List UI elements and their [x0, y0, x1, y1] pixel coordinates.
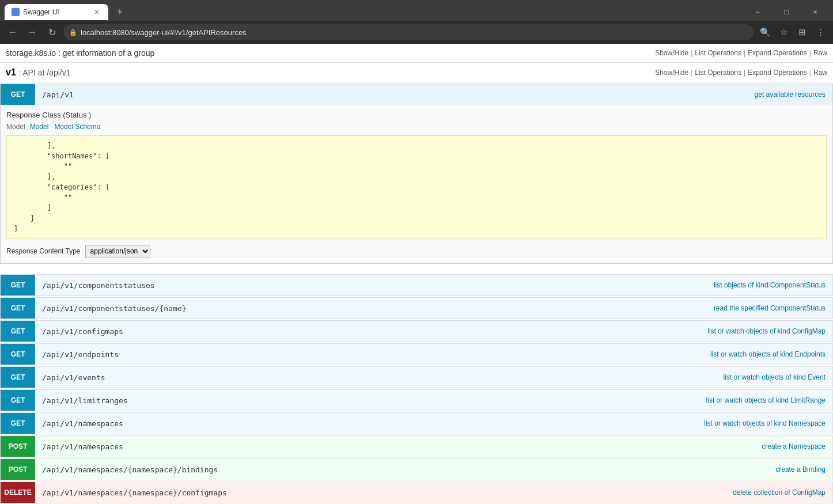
endpoint-desc: create a Namespace: [762, 442, 832, 450]
tab-title: Swagger UI: [23, 8, 59, 16]
v1-label: v1: [6, 67, 16, 77]
endpoint-desc: read the specified ComponentStatus: [714, 304, 832, 312]
refresh-button[interactable]: ↻: [44, 24, 60, 40]
endpoint-row[interactable]: POST /api/v1/namespaces create a Namespa…: [0, 435, 833, 457]
method-badge-delete: DELETE: [1, 482, 35, 503]
endpoint-path: /api/v1/componentstatuses/{name}: [35, 304, 714, 313]
extensions-icon[interactable]: ⊞: [794, 24, 810, 40]
close-button[interactable]: ×: [802, 4, 828, 20]
get-method-badge: GET: [1, 84, 35, 105]
endpoint-row[interactable]: DELETE /api/v1/namespaces/{namespace}/co…: [0, 482, 833, 503]
v1-header: v1 : API at /api/v1 Show/Hide | List Ope…: [0, 63, 833, 82]
endpoint-desc: delete collection of ConfigMap: [733, 488, 832, 497]
url-bar[interactable]: 🔒 localhost:8080/swagger-ui/#!/v1/getAPI…: [63, 24, 754, 40]
endpoint-path: /api/v1/namespaces: [35, 442, 762, 451]
method-badge-get: GET: [1, 298, 35, 319]
group-show-hide[interactable]: Show/Hide: [655, 49, 688, 57]
toolbar-icons: 🔍 ☆ ⊞ ⋮: [757, 24, 828, 40]
page-content: storage.k8s.io : get information of a gr…: [0, 44, 833, 504]
endpoint-path: /api/v1/limitranges: [35, 396, 706, 405]
method-badge-get: GET: [1, 275, 35, 295]
endpoint-desc: list or watch objects of kind ConfigMap: [707, 327, 832, 335]
endpoint-row[interactable]: GET /api/v1/endpoints list or watch obje…: [0, 343, 833, 365]
endpoint-row[interactable]: GET /api/v1/namespaces list or watch obj…: [0, 412, 833, 434]
response-content-type-row: Response Content Type application/json: [6, 245, 827, 257]
lock-icon: 🔒: [69, 29, 77, 36]
v1-sep-2: |: [744, 69, 745, 77]
endpoint-path: /api/v1/endpoints: [35, 350, 710, 359]
endpoint-desc: list or watch objects of kind LimitRange: [706, 396, 832, 404]
expanded-header-row: GET /api/v1 get available resources: [1, 84, 832, 105]
v1-sep-1: |: [691, 69, 692, 77]
v1-show-hide[interactable]: Show/Hide: [655, 69, 688, 77]
response-content-type-label: Response Content Type: [6, 247, 81, 255]
tab-close-button[interactable]: ×: [92, 7, 101, 17]
endpoint-path: /api/v1/namespaces/{namespace}/bindings: [35, 465, 775, 474]
expanded-get-v1: GET /api/v1 get available resources Resp…: [0, 84, 833, 264]
model-schema-link[interactable]: Model Schema: [54, 123, 100, 131]
section-gap: [0, 265, 833, 273]
menu-icon[interactable]: ⋮: [812, 24, 828, 40]
v1-actions: Show/Hide | List Operations | Expand Ope…: [655, 69, 827, 77]
endpoint-row[interactable]: GET /api/v1/componentstatuses/{name} rea…: [0, 297, 833, 319]
group-raw[interactable]: Raw: [813, 49, 827, 57]
endpoint-path: /api/v1/namespaces: [35, 419, 704, 428]
address-bar: ← → ↻ 🔒 localhost:8080/swagger-ui/#!/v1/…: [0, 21, 833, 44]
endpoint-list: GET /api/v1/componentstatuses list objec…: [0, 274, 833, 504]
separator-1: |: [691, 49, 692, 57]
model-row: Model Model Model Schema: [6, 123, 827, 131]
endpoint-row[interactable]: GET /api/v1/configmaps list or watch obj…: [0, 320, 833, 342]
model-label: Model: [6, 123, 25, 131]
bookmark-icon[interactable]: ☆: [775, 24, 792, 40]
endpoint-desc: list or watch objects of kind Event: [724, 373, 832, 381]
v1-subtitle: : API at /api/v1: [18, 68, 70, 77]
group-list-ops[interactable]: List Operations: [695, 49, 741, 57]
get-v1-path: /api/v1: [35, 90, 755, 99]
endpoint-row[interactable]: POST /api/v1/namespaces/{namespace}/bind…: [0, 458, 833, 480]
code-box[interactable]: ], "shortNames": [ "" ], "categories": […: [6, 135, 827, 239]
back-button[interactable]: ←: [5, 24, 21, 40]
v1-raw[interactable]: Raw: [813, 69, 827, 77]
method-badge-post: POST: [1, 459, 35, 480]
tab-favicon: [12, 8, 20, 16]
separator-2: |: [744, 49, 745, 57]
method-badge-get: GET: [1, 321, 35, 342]
api-group-title: storage.k8s.io : get information of a gr…: [6, 48, 655, 58]
method-badge-get: GET: [1, 390, 35, 411]
tab-bar: Swagger UI × + − □ ×: [0, 0, 833, 21]
endpoint-row[interactable]: GET /api/v1/componentstatuses list objec…: [0, 274, 833, 296]
get-available-resources-link[interactable]: get available resources: [755, 90, 832, 98]
minimize-button[interactable]: −: [744, 4, 771, 20]
maximize-button[interactable]: □: [773, 4, 800, 20]
v1-expand-ops[interactable]: Expand Operations: [748, 69, 807, 77]
v1-sep-3: |: [809, 69, 811, 77]
new-tab-button[interactable]: +: [112, 4, 128, 20]
endpoint-path: /api/v1/configmaps: [35, 327, 707, 336]
model-link[interactable]: Model: [30, 123, 49, 131]
response-content-type-select[interactable]: application/json: [85, 245, 150, 257]
endpoint-desc: list or watch objects of kind Endpoints: [710, 350, 832, 358]
search-icon[interactable]: 🔍: [757, 24, 773, 40]
api-group-header: storage.k8s.io : get information of a gr…: [0, 44, 833, 63]
active-tab[interactable]: Swagger UI ×: [5, 4, 108, 20]
group-expand-ops[interactable]: Expand Operations: [748, 49, 807, 57]
window-controls: − □ ×: [744, 4, 833, 20]
separator-3: |: [809, 49, 811, 57]
endpoint-path: /api/v1/namespaces/{namespace}/configmap…: [35, 488, 733, 497]
api-group-actions: Show/Hide | List Operations | Expand Ope…: [655, 49, 827, 57]
endpoint-path: /api/v1/events: [35, 373, 724, 382]
forward-button[interactable]: →: [24, 24, 40, 40]
url-text: localhost:8080/swagger-ui/#!/v1/getAPIRe…: [81, 28, 247, 37]
method-badge-get: GET: [1, 367, 35, 388]
v1-list-ops[interactable]: List Operations: [695, 69, 741, 77]
code-content: ], "shortNames": [ "" ], "categories": […: [14, 141, 819, 234]
endpoint-path: /api/v1/componentstatuses: [35, 281, 714, 290]
method-badge-get: GET: [1, 413, 35, 434]
endpoint-row[interactable]: GET /api/v1/limitranges list or watch ob…: [0, 389, 833, 411]
endpoint-desc: list objects of kind ComponentStatus: [714, 281, 832, 289]
endpoint-desc: create a Binding: [775, 465, 832, 473]
endpoint-row[interactable]: GET /api/v1/events list or watch objects…: [0, 366, 833, 388]
v1-title: v1 : API at /api/v1: [6, 67, 655, 78]
method-badge-get: GET: [1, 344, 35, 365]
expanded-body: Response Class (Status ) Model Model Mod…: [1, 105, 832, 263]
